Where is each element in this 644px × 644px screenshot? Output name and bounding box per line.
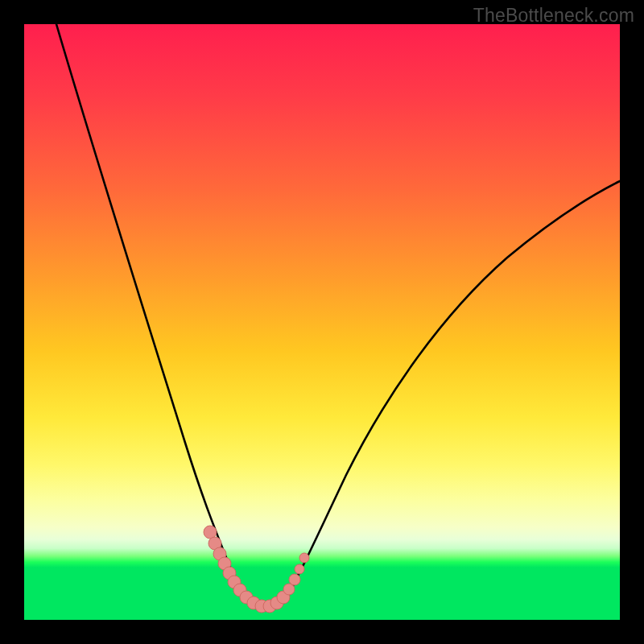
marker-cluster bbox=[204, 526, 309, 613]
plot-area bbox=[24, 24, 620, 620]
marker-dot bbox=[299, 553, 309, 563]
chart-root: TheBottleneck.com bbox=[0, 0, 644, 644]
right-branch-path bbox=[283, 181, 620, 601]
marker-dot bbox=[295, 564, 304, 574]
curve-overlay bbox=[24, 24, 620, 620]
left-branch-path bbox=[56, 24, 246, 597]
marker-dot bbox=[289, 574, 300, 585]
bottleneck-curve bbox=[56, 24, 620, 609]
watermark-text: TheBottleneck.com bbox=[473, 5, 634, 27]
